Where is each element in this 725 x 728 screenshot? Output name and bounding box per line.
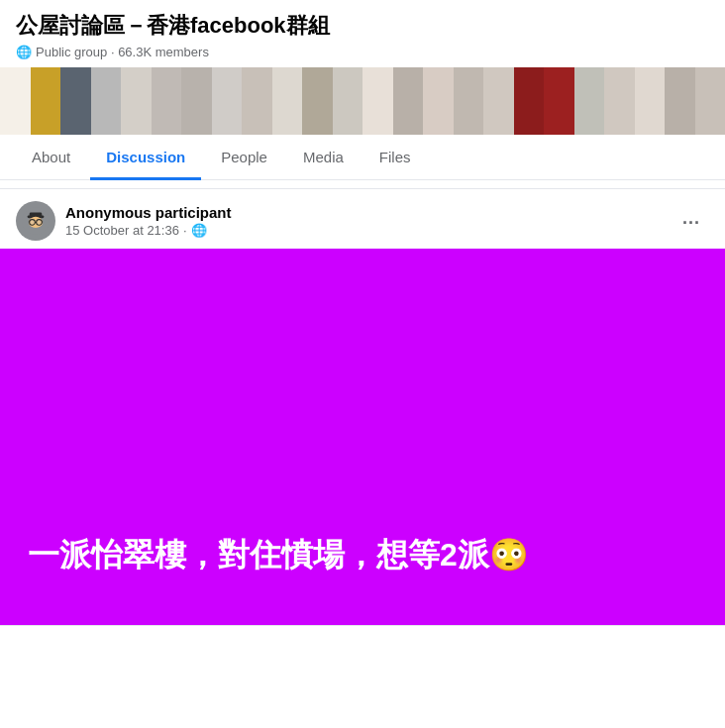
cover-cell bbox=[574, 67, 605, 135]
cover-cell bbox=[544, 67, 574, 135]
cover-cell bbox=[695, 67, 726, 135]
cover-cell bbox=[604, 67, 635, 135]
page-subtitle: 🌐 Public group · 66.3K members bbox=[16, 45, 709, 59]
cover-cell bbox=[272, 67, 303, 135]
svg-line-8 bbox=[42, 221, 43, 222]
post-text: 一派怡翠樓，對住憤場，想等2派😳 bbox=[28, 533, 529, 577]
cover-cell bbox=[454, 67, 484, 135]
tab-discussion[interactable]: Discussion bbox=[90, 135, 201, 180]
cover-cell bbox=[152, 67, 182, 135]
cover-cell bbox=[302, 67, 333, 135]
cover-cell bbox=[635, 67, 666, 135]
page-title: 公屋討論區－香港facebook群組 bbox=[16, 12, 709, 41]
cover-cell bbox=[31, 67, 61, 135]
cover-cell bbox=[60, 67, 91, 135]
avatar bbox=[16, 201, 55, 241]
post-card: Anonymous participant 15 October at 21:3… bbox=[0, 188, 725, 626]
cover-cell bbox=[514, 67, 545, 135]
cover-cell bbox=[212, 67, 243, 135]
cover-cell bbox=[483, 67, 514, 135]
post-content-area: 一派怡翠樓，對住憤場，想等2派😳 bbox=[0, 249, 725, 625]
globe-icon: 🌐 bbox=[191, 223, 207, 238]
cover-cell bbox=[181, 67, 212, 135]
cover-cell bbox=[0, 67, 31, 135]
svg-rect-2 bbox=[30, 212, 43, 216]
cover-cell bbox=[242, 67, 272, 135]
navigation-tabs: About Discussion People Media Files bbox=[0, 135, 725, 180]
post-meta: 15 October at 21:36 · 🌐 bbox=[65, 223, 232, 238]
author-details: Anonymous participant 15 October at 21:3… bbox=[65, 203, 232, 238]
cover-cell bbox=[121, 67, 152, 135]
svg-point-10 bbox=[37, 220, 41, 224]
post-header: Anonymous participant 15 October at 21:3… bbox=[0, 189, 725, 249]
cover-cell bbox=[91, 67, 122, 135]
more-options-button[interactable]: ... bbox=[673, 201, 709, 237]
cover-photo-strip bbox=[0, 67, 725, 135]
separator: · bbox=[183, 223, 187, 238]
page-header: 公屋討論區－香港facebook群組 🌐 Public group · 66.3… bbox=[0, 0, 725, 67]
cover-cell bbox=[423, 67, 454, 135]
svg-line-7 bbox=[29, 221, 30, 222]
tab-files[interactable]: Files bbox=[363, 135, 427, 180]
svg-point-9 bbox=[30, 220, 34, 224]
tab-people[interactable]: People bbox=[205, 135, 283, 180]
tab-about[interactable]: About bbox=[16, 135, 86, 180]
post-date: 15 October at 21:36 bbox=[65, 223, 179, 238]
author-name[interactable]: Anonymous participant bbox=[65, 203, 232, 223]
globe-icon: 🌐 bbox=[16, 45, 32, 59]
group-type: Public group · 66.3K members bbox=[36, 45, 209, 59]
cover-cell bbox=[362, 67, 393, 135]
tab-media[interactable]: Media bbox=[287, 135, 360, 180]
cover-cell bbox=[393, 67, 424, 135]
post-author-info: Anonymous participant 15 October at 21:3… bbox=[16, 201, 232, 241]
cover-cell bbox=[333, 67, 363, 135]
cover-cell bbox=[665, 67, 695, 135]
